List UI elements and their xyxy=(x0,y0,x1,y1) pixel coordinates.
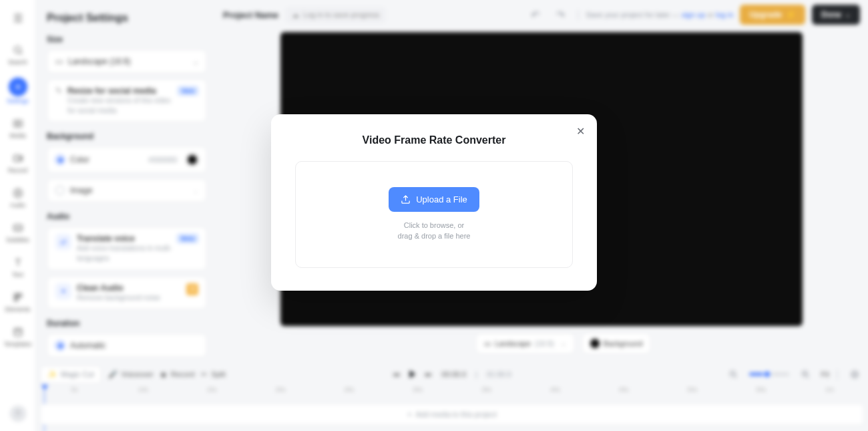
upload-icon xyxy=(401,194,411,204)
upload-dropzone[interactable]: Upload a File Click to browse, or drag &… xyxy=(295,161,573,268)
frame-rate-converter-modal: ✕ Video Frame Rate Converter Upload a Fi… xyxy=(271,114,597,291)
modal-title: Video Frame Rate Converter xyxy=(295,134,573,146)
close-button[interactable]: ✕ xyxy=(576,125,585,138)
dropzone-hint: Click to browse, or drag & drop a file h… xyxy=(398,220,471,242)
upload-file-button[interactable]: Upload a File xyxy=(389,187,479,212)
